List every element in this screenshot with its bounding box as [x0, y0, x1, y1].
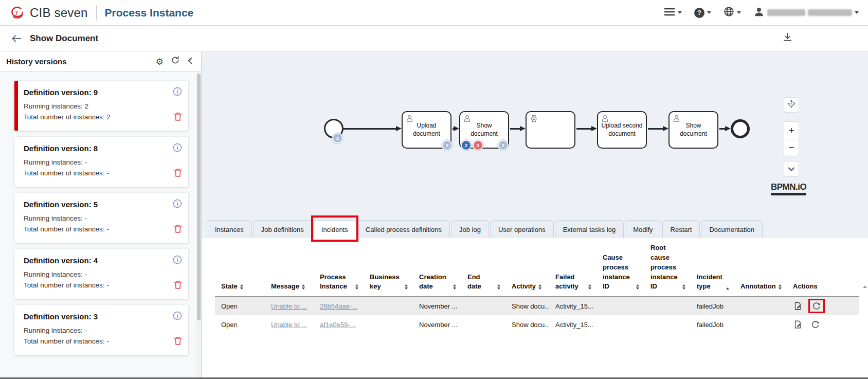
tab-called-process-definitions[interactable]: Called process definitions	[357, 220, 450, 238]
table-scrollbar[interactable]	[861, 238, 868, 379]
version-card[interactable]: Definition version: 3 Running instances:…	[14, 305, 188, 355]
sort-icon[interactable]	[538, 284, 541, 290]
panel-scrollbar[interactable]	[196, 73, 201, 379]
sort-icon[interactable]	[240, 284, 243, 290]
column-header-annotation[interactable]: Annotation	[734, 282, 787, 296]
column-header-end-date[interactable]: End date	[461, 273, 505, 297]
edit-annotation-button[interactable]	[793, 320, 802, 329]
retry-button[interactable]	[812, 301, 821, 311]
column-header-state[interactable]: State	[215, 282, 265, 296]
download-button[interactable]	[783, 33, 792, 44]
user-menu-button[interactable]	[753, 6, 859, 20]
document-title: Show Document	[30, 33, 98, 44]
delete-version-button[interactable]	[174, 336, 182, 348]
instance-count-badge: 2	[498, 140, 509, 151]
edit-annotation-button[interactable]	[793, 301, 802, 311]
settings-button[interactable]: ⚙	[156, 57, 164, 67]
help-menu-button[interactable]: ?	[694, 8, 711, 18]
cell-activity: Show docu...	[505, 321, 549, 329]
chevron-down-icon	[707, 11, 711, 14]
process-instance-link[interactable]: af1e0e59-...	[320, 321, 355, 329]
running-instances: Running instances: -	[24, 214, 166, 222]
sort-icon[interactable]	[779, 284, 782, 290]
task-upload-second-document[interactable]: Upload second document	[597, 111, 647, 149]
info-button[interactable]	[173, 143, 182, 154]
collapse-panel-button[interactable]	[187, 57, 193, 67]
version-card[interactable]: Definition version: 8 Running instances:…	[14, 137, 188, 187]
user-task-icon	[463, 114, 472, 125]
retry-button[interactable]	[811, 320, 820, 329]
column-header-creation-date[interactable]: Creation date	[413, 273, 461, 297]
sort-icon[interactable]	[682, 284, 685, 290]
version-card[interactable]: Definition version: 9 Running instances:…	[14, 81, 188, 131]
sort-icon[interactable]	[588, 284, 591, 290]
delete-version-button[interactable]	[174, 112, 182, 123]
running-instances: Running instances: -	[24, 327, 166, 334]
zoom-out-button[interactable]: −	[784, 139, 799, 156]
table-row[interactable]: Open Unable to ... af1e0e59-... November…	[215, 315, 859, 334]
task-script[interactable]	[526, 111, 575, 149]
column-header-message[interactable]: Message	[265, 282, 314, 296]
sort-icon[interactable]	[302, 284, 305, 290]
page-title: Process Instance	[105, 7, 194, 19]
scrollbar-thumb[interactable]	[197, 74, 201, 320]
tab-restart[interactable]: Restart	[662, 220, 700, 238]
sort-icon[interactable]	[453, 284, 456, 290]
sort-icon[interactable]	[636, 284, 639, 290]
reset-viewport-button[interactable]	[784, 97, 799, 113]
sort-icon[interactable]	[497, 284, 500, 290]
column-header-failed-activity[interactable]: Failed activity	[549, 273, 596, 297]
tab-job-log[interactable]: Job log	[451, 220, 489, 238]
delete-version-button[interactable]	[174, 280, 182, 292]
info-button[interactable]	[173, 311, 182, 322]
message-link[interactable]: Unable to ...	[271, 302, 307, 310]
end-event[interactable]	[731, 119, 750, 138]
version-card[interactable]: Definition version: 4 Running instances:…	[14, 249, 188, 299]
tab-job-definitions[interactable]: Job definitions	[253, 220, 312, 238]
table-row[interactable]: Open Unable to ... 26b54aaa-... November…	[215, 297, 859, 315]
back-button[interactable]	[9, 31, 24, 46]
refresh-button[interactable]	[171, 56, 179, 67]
delete-version-button[interactable]	[174, 224, 182, 236]
incidents-table: State Message Process Instance Business …	[202, 238, 868, 379]
column-header-process-instance[interactable]: Process Instance	[314, 273, 364, 297]
column-header-business-key[interactable]: Business key	[364, 273, 413, 297]
user-task-icon	[601, 114, 609, 125]
column-header-incident-type[interactable]: Incident type	[691, 273, 734, 297]
language-menu-button[interactable]	[724, 6, 741, 19]
column-header-activity[interactable]: Activity	[505, 282, 549, 296]
tab-modify[interactable]: Modify	[625, 220, 661, 238]
tab-label: Called process definitions	[366, 226, 442, 233]
tab-external-tasks-log[interactable]: External tasks log	[555, 220, 624, 238]
message-link[interactable]: Unable to ...	[271, 321, 307, 329]
version-card-title: Definition version: 8	[24, 144, 166, 153]
arrowhead	[591, 126, 597, 131]
sort-icon[interactable]	[355, 284, 358, 290]
app-screen: 7 CIB seven Process Instance ?	[0, 0, 868, 379]
info-button[interactable]	[173, 255, 182, 266]
total-instances: Total number of instances: -	[24, 281, 166, 289]
sort-icon-asc[interactable]	[726, 287, 729, 290]
version-card[interactable]: Definition version: 5 Running instances:…	[14, 193, 188, 243]
cell-state: Open	[215, 302, 265, 310]
info-button[interactable]	[173, 87, 182, 98]
column-header-root-cause-process-instance-id[interactable]: Root cause process instance ID	[644, 243, 691, 296]
bpmn-io-watermark[interactable]: BPMN.iO	[771, 182, 806, 195]
tab-documentation[interactable]: Documentation	[701, 220, 762, 238]
zoom-in-button[interactable]: +	[784, 122, 799, 139]
tab-user-operations[interactable]: User operations	[490, 220, 554, 238]
column-header-cause-process-instance-id[interactable]: Cause process instance ID	[596, 253, 644, 296]
sort-icon[interactable]	[405, 284, 408, 290]
chevron-down-icon	[678, 11, 682, 14]
delete-version-button[interactable]	[174, 168, 182, 179]
total-instances: Total number of instances: -	[24, 225, 166, 233]
task-show-document-2[interactable]: Show document	[668, 111, 718, 149]
tab-incidents[interactable]: Incidents	[313, 220, 356, 238]
tab-instances[interactable]: Instances	[207, 220, 252, 238]
main-menu-button[interactable]	[664, 7, 682, 19]
scroll-up-arrow[interactable]	[863, 285, 867, 288]
collapse-diagram-button[interactable]	[784, 161, 799, 177]
info-button[interactable]	[173, 199, 182, 210]
process-instance-link[interactable]: 26b54aaa-...	[320, 302, 357, 310]
running-instances: Running instances: -	[24, 270, 166, 278]
